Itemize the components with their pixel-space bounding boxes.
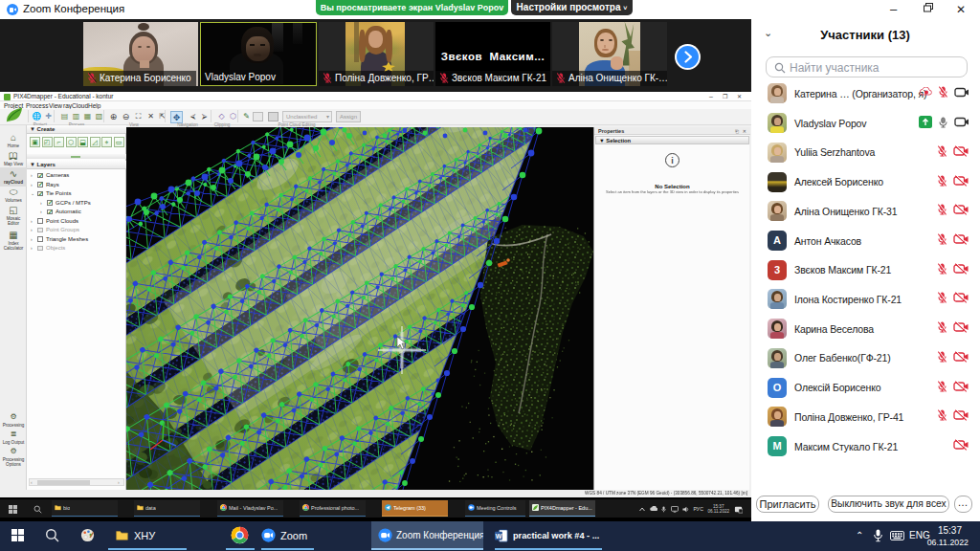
svg-text:W: W xyxy=(496,532,502,539)
